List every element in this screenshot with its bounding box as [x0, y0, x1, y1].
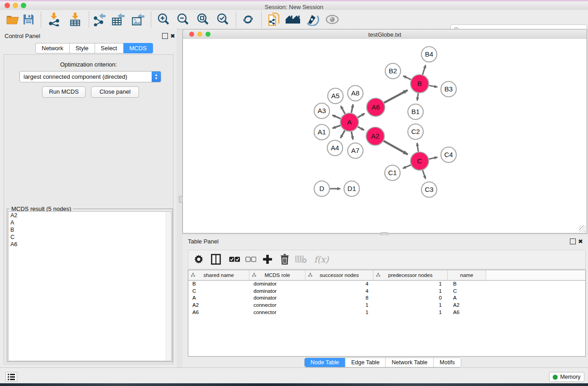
- edge-B-B3[interactable]: [429, 86, 438, 87]
- edge-B-B2[interactable]: [403, 76, 411, 80]
- optimization-criterion-select[interactable]: largest connected component (directed) ▲…: [19, 71, 161, 82]
- table-cell[interactable]: C: [448, 288, 486, 295]
- network-graph[interactable]: B4B2BB3A5A8A6A3B1AA1C2A2A4A7C4CC1C3DD1: [183, 39, 587, 233]
- edge-A-A3[interactable]: [332, 115, 340, 119]
- table-cell[interactable]: A: [188, 295, 249, 302]
- select-all-button[interactable]: [227, 252, 242, 267]
- refresh-button[interactable]: [240, 12, 256, 27]
- node-A8[interactable]: A8: [348, 86, 363, 101]
- network-window-titlebar[interactable]: testGlobe.txt: [182, 29, 587, 40]
- mcds-result-item[interactable]: B: [9, 226, 171, 234]
- edge-A-A8[interactable]: [351, 104, 353, 113]
- node-A7[interactable]: A7: [348, 143, 363, 158]
- table-row[interactable]: A2connector11A2: [188, 302, 585, 309]
- node-A4[interactable]: A4: [327, 140, 343, 156]
- node-C[interactable]: C: [411, 152, 429, 170]
- node-A5[interactable]: A5: [328, 88, 343, 104]
- home-button[interactable]: [285, 12, 301, 27]
- table-cell[interactable]: connector: [249, 302, 306, 309]
- edge-A-A6[interactable]: [358, 114, 364, 118]
- node-C1[interactable]: C1: [385, 165, 400, 181]
- edge-B-B4[interactable]: [422, 65, 425, 75]
- zoom-in-button[interactable]: [155, 12, 172, 27]
- main-titlebar[interactable]: Session: New Session: [0, 1, 588, 10]
- run-mcds-button[interactable]: Run MCDS: [42, 86, 86, 98]
- save-session-button[interactable]: [20, 12, 37, 27]
- tab-style[interactable]: Style: [70, 43, 95, 53]
- table-cell[interactable]: A2: [188, 302, 249, 309]
- node-B3[interactable]: B3: [441, 81, 456, 97]
- table-cell[interactable]: C: [188, 288, 249, 295]
- edge-C-C3[interactable]: [423, 170, 425, 179]
- table-cell[interactable]: 4: [306, 281, 373, 288]
- delete-column-button[interactable]: [277, 252, 292, 267]
- edge-A-A1[interactable]: [333, 125, 341, 128]
- table-cell[interactable]: A: [448, 295, 486, 302]
- table-cell[interactable]: dominator: [249, 288, 306, 295]
- deselect-all-button[interactable]: [243, 252, 258, 267]
- column-header-MCDS-role[interactable]: MCDS role: [249, 270, 306, 280]
- node-B4[interactable]: B4: [421, 47, 437, 62]
- table-cell[interactable]: B: [448, 281, 486, 288]
- task-history-button[interactable]: [5, 372, 17, 381]
- edge-C-C1[interactable]: [403, 165, 411, 168]
- node-A[interactable]: A: [340, 113, 359, 131]
- export-network-button[interactable]: [91, 12, 108, 27]
- edge-A-A4[interactable]: [340, 130, 344, 138]
- tab-mcds[interactable]: MCDS: [124, 43, 153, 53]
- zoom-out-button[interactable]: [175, 12, 191, 27]
- table-cell[interactable]: 1: [306, 302, 373, 309]
- close-panel-icon[interactable]: ✖: [578, 237, 583, 245]
- node-C4[interactable]: C4: [441, 147, 456, 162]
- tab-select[interactable]: Select: [95, 43, 124, 53]
- window-resize-grip[interactable]: [579, 225, 586, 232]
- table-row[interactable]: A6connector11A6: [188, 309, 585, 316]
- show-graphics-button[interactable]: [324, 12, 340, 27]
- mcds-result-item[interactable]: A2: [9, 212, 171, 219]
- tab-network-table[interactable]: Network Table: [386, 358, 434, 367]
- table-cell[interactable]: 1: [373, 281, 448, 288]
- vertical-split-grip[interactable]: [179, 196, 183, 203]
- edge-A2-C[interactable]: [383, 141, 408, 154]
- tab-network[interactable]: Network: [35, 43, 70, 53]
- edge-A-A7[interactable]: [351, 132, 353, 140]
- import-table-button[interactable]: [67, 12, 83, 27]
- table-cell[interactable]: 1: [373, 302, 448, 309]
- export-image-button[interactable]: [130, 12, 146, 27]
- float-panel-icon[interactable]: [162, 33, 168, 41]
- tab-node-table[interactable]: Node Table: [305, 358, 345, 367]
- open-session-button[interactable]: [5, 12, 21, 27]
- table-cell[interactable]: 4: [306, 288, 373, 295]
- node-D[interactable]: D: [314, 181, 330, 196]
- table-cell[interactable]: 1: [373, 288, 448, 295]
- mcds-result-item[interactable]: A6: [9, 241, 171, 248]
- column-header-shared-name[interactable]: shared name: [188, 270, 249, 280]
- column-header-successor-nodes[interactable]: successor nodes: [306, 270, 373, 280]
- table-cell[interactable]: 1: [373, 309, 448, 316]
- table-cell[interactable]: B: [188, 281, 249, 288]
- mcds-result-item[interactable]: A: [9, 219, 171, 226]
- table-cell[interactable]: dominator: [249, 295, 306, 302]
- close-panel-button[interactable]: Close panel: [91, 86, 139, 98]
- table-cell[interactable]: A6: [448, 309, 486, 316]
- export-table-button[interactable]: [110, 12, 126, 27]
- function-builder-button[interactable]: f(x): [311, 252, 331, 267]
- network-canvas[interactable]: B4B2BB3A5A8A6A3B1AA1C2A2A4A7C4CC1C3DD1: [182, 39, 587, 234]
- clear-table-button[interactable]: [293, 252, 309, 267]
- table-cell[interactable]: 0: [373, 295, 448, 302]
- table-row[interactable]: Cdominator41C: [188, 288, 585, 295]
- table-cell[interactable]: 8: [306, 295, 373, 302]
- node-B[interactable]: B: [411, 75, 429, 93]
- mcds-result-item[interactable]: C: [9, 234, 171, 241]
- node-A3[interactable]: A3: [314, 103, 330, 119]
- node-B1[interactable]: B1: [408, 104, 423, 119]
- edge-B-B1[interactable]: [417, 93, 418, 100]
- create-column-button[interactable]: [260, 252, 275, 267]
- hide-labels-button[interactable]: [304, 12, 320, 27]
- node-D1[interactable]: D1: [344, 181, 359, 196]
- edge-A6-B[interactable]: [384, 90, 408, 103]
- zoom-selected-button[interactable]: [215, 12, 231, 27]
- edge-C-C2[interactable]: [417, 143, 418, 152]
- tab-motifs[interactable]: Motifs: [434, 358, 460, 367]
- node-A1[interactable]: A1: [314, 124, 330, 140]
